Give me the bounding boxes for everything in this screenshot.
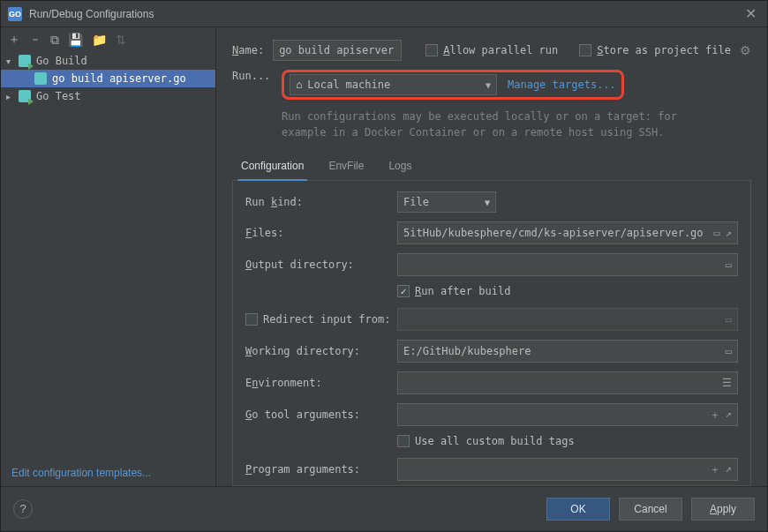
- folder-icon[interactable]: 📁: [92, 33, 107, 47]
- files-value: 5itHub/kubesphere/cmd/ks-apiserver/apise…: [403, 227, 704, 239]
- program-args-label: Program arguments:: [245, 463, 397, 476]
- allow-parallel-checkbox[interactable]: Allow parallel run: [425, 44, 558, 56]
- program-args-input[interactable]: ＋ ↗: [397, 458, 738, 481]
- environment-label: Environment:: [245, 377, 397, 389]
- sort-icon[interactable]: ⇅: [116, 33, 126, 47]
- store-project-checkbox[interactable]: Store as project file: [579, 44, 731, 56]
- cancel-button[interactable]: Cancel: [619, 498, 682, 521]
- checkbox-label: Run after build: [415, 285, 510, 297]
- tree-label: Go Test: [36, 90, 81, 102]
- redirect-input-label: Redirect input from:: [245, 313, 397, 326]
- tab-logs[interactable]: Logs: [385, 153, 415, 180]
- environment-input[interactable]: ☰: [397, 371, 738, 394]
- chevron-down-icon: ▼: [485, 198, 490, 207]
- expand-icon[interactable]: ↗: [726, 227, 732, 239]
- go-tool-args-input[interactable]: ＋ ↗: [397, 403, 738, 426]
- tree-node-go-build[interactable]: ▾ Go Build: [1, 52, 215, 70]
- go-tool-args-label: Go tool arguments:: [245, 408, 397, 421]
- run-kind-label: Run kind:: [245, 196, 397, 208]
- close-icon[interactable]: ✕: [742, 5, 760, 22]
- run-after-build-checkbox[interactable]: ✓ Run after build: [397, 285, 510, 297]
- go-test-icon: [19, 90, 31, 102]
- manage-targets-link[interactable]: Manage targets...: [508, 79, 616, 91]
- name-input[interactable]: [273, 40, 402, 61]
- run-target-help: Run configurations may be executed local…: [282, 109, 751, 140]
- working-dir-value: E:/GitHub/kubesphere: [403, 345, 531, 357]
- add-icon[interactable]: ＋: [710, 408, 720, 423]
- expand-icon[interactable]: ↗: [726, 462, 732, 477]
- browse-icon[interactable]: ▭: [714, 227, 720, 239]
- home-icon: ⌂: [296, 79, 302, 91]
- manage-targets-highlight: ⌂ Local machine ▼ Manage targets...: [282, 70, 624, 100]
- chevron-down-icon: ▼: [486, 80, 491, 90]
- remove-icon[interactable]: －: [29, 32, 41, 48]
- use-all-tags-checkbox[interactable]: Use all custom build tags: [397, 435, 575, 447]
- expand-icon[interactable]: ↗: [726, 408, 732, 423]
- apply-button[interactable]: Apply: [691, 498, 755, 521]
- configuration-panel: Run kind: File ▼ Files: 5itHub/kubespher…: [232, 181, 751, 486]
- add-icon[interactable]: ＋: [8, 32, 20, 48]
- add-icon[interactable]: ＋: [710, 462, 720, 477]
- sidebar: ＋ － ⧉ 💾 📁 ⇅ ▾ Go Build go build apiserve…: [1, 27, 216, 486]
- copy-icon[interactable]: ⧉: [50, 33, 59, 48]
- edit-templates-link[interactable]: Edit configuration templates...: [1, 460, 215, 486]
- run-kind-value: File: [403, 196, 429, 208]
- checkbox-box: [425, 44, 438, 56]
- title-bar: GO Run/Debug Configurations ✕: [1, 1, 767, 27]
- output-dir-input[interactable]: ▭: [397, 253, 738, 276]
- chevron-right-icon: ▸: [6, 92, 19, 101]
- run-target-select[interactable]: ⌂ Local machine ▼: [290, 74, 497, 95]
- tree-label: go build apiserver.go: [52, 72, 186, 85]
- checkbox-box: ✓: [397, 285, 410, 297]
- name-label: Name:: [232, 44, 264, 56]
- tree-node-apiserver[interactable]: go build apiserver.go: [1, 70, 215, 87]
- files-label: Files:: [245, 227, 397, 239]
- working-dir-input[interactable]: E:/GitHub/kubesphere ▭: [397, 340, 738, 363]
- go-file-icon: [34, 72, 47, 85]
- files-input[interactable]: 5itHub/kubesphere/cmd/ks-apiserver/apise…: [397, 221, 738, 244]
- config-tree: ▾ Go Build go build apiserver.go ▸ Go Te…: [1, 52, 215, 460]
- checkbox-label: Use all custom build tags: [415, 435, 575, 447]
- sidebar-toolbar: ＋ － ⧉ 💾 📁 ⇅: [1, 27, 215, 52]
- redirect-input-field: ▭: [397, 308, 738, 331]
- checkbox-label: Allow parallel run: [443, 44, 558, 56]
- checkbox-box: [579, 44, 591, 56]
- chevron-down-icon: ▾: [6, 56, 19, 66]
- window-title: Run/Debug Configurations: [29, 8, 742, 20]
- gear-icon[interactable]: ⚙: [740, 43, 751, 57]
- tab-envfile[interactable]: EnvFile: [325, 153, 367, 180]
- config-tabs: Configuration EnvFile Logs: [232, 153, 751, 181]
- browse-icon[interactable]: ▭: [726, 345, 732, 357]
- main-panel: Name: Allow parallel run Store as projec…: [216, 27, 767, 486]
- tree-label: Go Build: [36, 55, 87, 67]
- dialog-footer: ? OK Cancel Apply: [1, 486, 767, 530]
- run-on-label: Run...: [232, 70, 273, 82]
- redirect-checkbox[interactable]: [245, 313, 258, 326]
- tree-node-go-test[interactable]: ▸ Go Test: [1, 87, 215, 105]
- checkbox-label: Store as project file: [597, 44, 731, 56]
- working-dir-label: Working directory:: [245, 345, 397, 357]
- browse-icon[interactable]: ▭: [726, 259, 732, 271]
- browse-icon: ▭: [726, 313, 732, 326]
- list-icon[interactable]: ☰: [722, 377, 732, 389]
- ok-button[interactable]: OK: [546, 498, 610, 521]
- run-target-value: Local machine: [307, 79, 390, 91]
- run-kind-select[interactable]: File ▼: [397, 191, 496, 213]
- output-dir-label: Output directory:: [245, 259, 397, 271]
- save-icon[interactable]: 💾: [68, 33, 83, 47]
- tab-configuration[interactable]: Configuration: [237, 153, 307, 181]
- help-button[interactable]: ?: [13, 499, 33, 519]
- app-icon: GO: [8, 7, 22, 21]
- checkbox-box: [397, 435, 410, 447]
- go-build-icon: [19, 55, 31, 67]
